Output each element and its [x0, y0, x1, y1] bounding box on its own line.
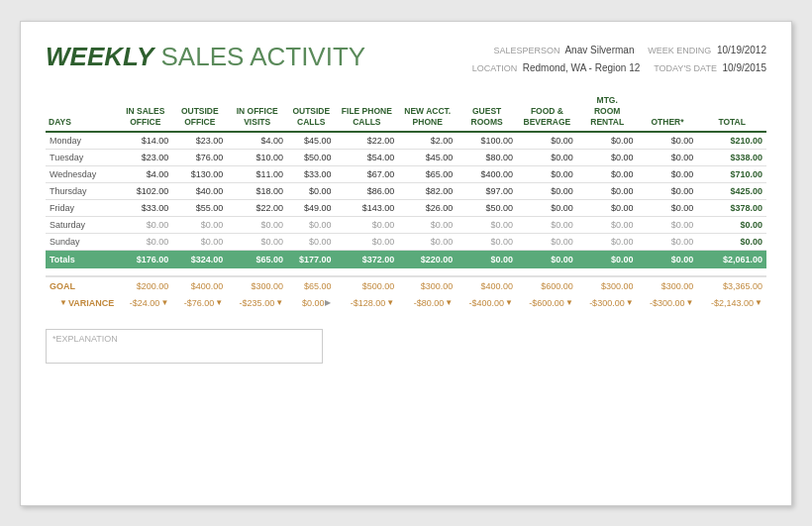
table-row: Friday$33.00$55.00$22.00$49.00$143.00$26… [46, 199, 766, 216]
col-file-phone-calls: FILE PHONECALLS [335, 92, 398, 132]
location-value: Redmond, WA - Region 12 [523, 62, 641, 73]
meta-info: SALESPERSON Anav Silverman WEEK ENDING 1… [472, 42, 766, 77]
data-cell: $400.00 [457, 165, 517, 182]
day-cell: Thursday [46, 182, 118, 199]
data-cell: $45.00 [398, 149, 457, 165]
data-cell: $0.00 [227, 233, 287, 250]
data-cell: $4.00 [227, 132, 287, 150]
col-outside-office: OUTSIDEOFFICE [172, 92, 227, 132]
variance-cell: -$128.00 ▼ [335, 295, 398, 311]
data-cell: $23.00 [172, 132, 227, 150]
table-row: Wednesday$4.00$130.00$11.00$33.00$67.00$… [46, 165, 766, 182]
data-cell: $0.00 [172, 233, 227, 250]
data-cell: $0.00 [517, 233, 577, 250]
goal-cell: $65.00 [287, 276, 335, 295]
data-cell: $26.00 [398, 199, 457, 216]
data-cell: $0.00 [287, 216, 335, 233]
table-row: Tuesday$23.00$76.00$10.00$50.00$54.00$45… [46, 149, 766, 165]
col-total: TOTAL [697, 92, 766, 132]
todays-date-value: 10/9/2015 [723, 62, 767, 73]
data-cell: $0.00 [172, 216, 227, 233]
total-cell: $0.00 [638, 250, 698, 268]
data-cell: $0.00 [335, 233, 398, 250]
data-cell: $0.00 [577, 182, 638, 199]
data-cell: $0.00 [517, 149, 577, 165]
table-row: Monday$14.00$23.00$4.00$45.00$22.00$2.00… [46, 132, 766, 150]
col-days: DAYS [46, 92, 118, 132]
data-cell: $2.00 [398, 132, 457, 150]
data-cell: $50.00 [457, 199, 517, 216]
data-cell: $0.00 [287, 182, 335, 199]
goal-cell: $600.00 [517, 276, 577, 295]
data-cell: $0.00 [638, 216, 698, 233]
variance-cell: -$600.00 ▼ [517, 295, 577, 311]
data-cell: $0.00 [457, 233, 517, 250]
data-cell: $22.00 [227, 199, 287, 216]
week-ending-value: 10/19/2012 [717, 45, 766, 55]
data-cell: $0.00 [398, 216, 457, 233]
data-cell: $0.00 [577, 216, 638, 233]
sales-table: DAYS IN SALESOFFICE OUTSIDEOFFICE IN OFF… [46, 92, 766, 311]
header-row: WEEKLY SALES ACTIVITY SALESPERSON Anav S… [46, 42, 766, 77]
totals-label: Totals [46, 250, 118, 268]
goal-label: GOAL [46, 276, 118, 295]
data-cell: $0.00 [577, 165, 638, 182]
col-in-sales-office: IN SALESOFFICE [118, 92, 172, 132]
data-cell: $10.00 [227, 149, 287, 165]
table-row: Thursday$102.00$40.00$18.00$0.00$86.00$8… [46, 182, 766, 199]
data-cell: $23.00 [118, 149, 172, 165]
goal-row: GOAL$200.00$400.00$300.00$65.00$500.00$3… [46, 276, 766, 295]
data-cell: $0.00 [577, 233, 638, 250]
data-cell: $14.00 [118, 132, 172, 150]
data-cell: $0.00 [577, 149, 638, 165]
goal-cell: $300.00 [577, 276, 638, 295]
data-cell: $0.00 [638, 199, 698, 216]
variance-cell: -$24.00 ▼ [118, 295, 172, 311]
data-cell: $0.00 [287, 233, 335, 250]
total-cell: $2,061.00 [697, 250, 766, 268]
col-guest-rooms: GUESTROOMS [457, 92, 517, 132]
title-normal: SALES ACTIVITY [153, 42, 365, 71]
separator-row [46, 268, 766, 276]
total-cell: $372.00 [335, 250, 398, 268]
goal-cell: $3,365.00 [697, 276, 766, 295]
data-cell: $67.00 [335, 165, 398, 182]
goal-cell: $500.00 [335, 276, 398, 295]
data-cell: $33.00 [287, 165, 335, 182]
day-cell: Monday [46, 132, 118, 150]
data-cell: $0.00 [697, 216, 766, 233]
data-cell: $710.00 [697, 165, 766, 182]
day-cell: Tuesday [46, 149, 118, 165]
location-row: LOCATION Redmond, WA - Region 12 TODAY'S… [472, 59, 766, 77]
data-cell: $0.00 [398, 233, 457, 250]
total-cell: $0.00 [457, 250, 517, 268]
data-cell: $18.00 [227, 182, 287, 199]
data-cell: $49.00 [287, 199, 335, 216]
total-cell: $176.00 [118, 250, 172, 268]
table-row: Saturday$0.00$0.00$0.00$0.00$0.00$0.00$0… [46, 216, 766, 233]
data-cell: $86.00 [335, 182, 398, 199]
variance-cell: -$76.00 ▼ [172, 295, 227, 311]
data-cell: $54.00 [335, 149, 398, 165]
salesperson-label: SALESPERSON [493, 46, 559, 55]
data-cell: $102.00 [118, 182, 172, 199]
data-cell: $0.00 [457, 216, 517, 233]
salesperson-row: SALESPERSON Anav Silverman WEEK ENDING 1… [472, 42, 766, 59]
col-food-beverage: FOOD &BEVERAGE [517, 92, 577, 132]
explanation-box[interactable]: *EXPLANATION [46, 329, 323, 364]
total-cell: $0.00 [577, 250, 638, 268]
day-cell: Friday [46, 199, 118, 216]
col-new-acct-phone: NEW ACCT.PHONE [398, 92, 457, 132]
data-cell: $80.00 [457, 149, 517, 165]
data-cell: $0.00 [697, 233, 766, 250]
data-cell: $378.00 [697, 199, 766, 216]
data-cell: $33.00 [118, 199, 172, 216]
day-cell: Wednesday [46, 165, 118, 182]
goal-cell: $300.00 [638, 276, 698, 295]
page-title: WEEKLY SALES ACTIVITY [46, 42, 365, 72]
col-in-office-visits: IN OFFICEVISITS [227, 92, 287, 132]
variance-cell: -$400.00 ▼ [457, 295, 517, 311]
data-cell: $0.00 [227, 216, 287, 233]
data-cell: $82.00 [398, 182, 457, 199]
day-cell: Saturday [46, 216, 118, 233]
